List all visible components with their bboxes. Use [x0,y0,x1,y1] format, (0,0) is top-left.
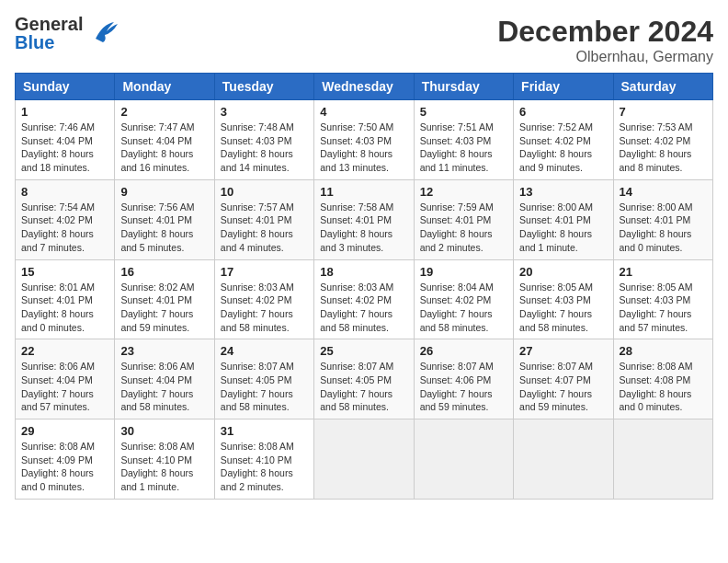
day-info: Sunrise: 8:04 AMSunset: 4:02 PMDaylight:… [420,281,507,335]
calendar-day-cell: 3Sunrise: 7:48 AMSunset: 4:03 PMDaylight… [214,100,313,180]
calendar-week-row: 1Sunrise: 7:46 AMSunset: 4:04 PMDaylight… [16,100,713,180]
calendar-day-cell: 24Sunrise: 8:07 AMSunset: 4:05 PMDayligh… [214,339,313,419]
day-info: Sunrise: 8:00 AMSunset: 4:01 PMDaylight:… [519,201,607,255]
sunrise-text: Sunrise: 8:08 AM [120,441,194,452]
calendar-day-cell: 5Sunrise: 7:51 AMSunset: 4:03 PMDaylight… [414,100,513,180]
calendar-day-cell: 15Sunrise: 8:01 AMSunset: 4:01 PMDayligh… [16,259,115,339]
sunrise-text: Sunrise: 7:57 AM [221,201,294,213]
day-info: Sunrise: 8:01 AMSunset: 4:01 PMDaylight:… [21,281,108,335]
sunrise-text: Sunrise: 8:05 AM [519,282,593,293]
day-info: Sunrise: 8:03 AMSunset: 4:02 PMDaylight:… [221,281,308,335]
day-info: Sunrise: 8:00 AMSunset: 4:01 PMDaylight:… [620,201,707,255]
sunset-text: Sunset: 4:02 PM [320,294,392,305]
calendar-day-cell: 11Sunrise: 7:58 AMSunset: 4:01 PMDayligh… [314,179,414,259]
day-number: 31 [221,424,308,438]
day-number: 23 [120,344,208,358]
sunset-text: Sunset: 4:01 PM [420,214,492,225]
daylight-text: Daylight: 7 hours and 58 minutes. [221,308,293,333]
day-number: 2 [120,105,208,119]
day-number: 28 [620,344,707,358]
sunrise-text: Sunrise: 7:54 AM [21,201,95,213]
calendar-day-cell [414,419,513,500]
sunrise-text: Sunrise: 7:59 AM [420,201,494,213]
daylight-text: Daylight: 8 hours and 2 minutes. [420,228,493,253]
sunset-text: Sunset: 4:10 PM [120,454,192,465]
day-info: Sunrise: 7:53 AMSunset: 4:02 PMDaylight:… [620,121,707,175]
daylight-text: Daylight: 8 hours and 0 minutes. [620,228,692,253]
daylight-text: Daylight: 8 hours and 0 minutes. [21,467,94,492]
col-thursday: Thursday [414,74,513,100]
day-number: 24 [221,344,308,358]
sunset-text: Sunset: 4:03 PM [221,135,292,146]
calendar-day-cell: 31Sunrise: 8:08 AMSunset: 4:10 PMDayligh… [214,419,313,500]
day-number: 27 [519,344,607,358]
day-info: Sunrise: 7:51 AMSunset: 4:03 PMDaylight:… [420,121,507,175]
sunrise-text: Sunrise: 8:08 AM [221,441,294,452]
day-info: Sunrise: 7:54 AMSunset: 4:02 PMDaylight:… [21,201,108,255]
day-number: 30 [120,424,208,438]
col-sunday: Sunday [16,74,115,100]
sunset-text: Sunset: 4:03 PM [320,135,392,146]
day-number: 14 [620,185,707,199]
calendar-day-cell: 8Sunrise: 7:54 AMSunset: 4:02 PMDaylight… [16,179,115,259]
daylight-text: Daylight: 7 hours and 58 minutes. [420,308,493,333]
sunset-text: Sunset: 4:01 PM [519,214,591,225]
sunset-text: Sunset: 4:02 PM [21,214,93,225]
sunrise-text: Sunrise: 7:56 AM [120,201,194,213]
sunrise-text: Sunrise: 8:00 AM [620,201,693,213]
calendar-day-cell: 12Sunrise: 7:59 AMSunset: 4:01 PMDayligh… [414,179,513,259]
calendar-week-row: 29Sunrise: 8:08 AMSunset: 4:09 PMDayligh… [16,419,713,500]
calendar-day-cell: 27Sunrise: 8:07 AMSunset: 4:07 PMDayligh… [514,339,613,419]
logo-blue: Blue [15,32,54,52]
col-monday: Monday [115,74,214,100]
col-friday: Friday [514,74,613,100]
sunrise-text: Sunrise: 7:52 AM [519,121,593,132]
day-info: Sunrise: 8:08 AMSunset: 4:10 PMDaylight:… [120,440,208,494]
day-info: Sunrise: 7:46 AMSunset: 4:04 PMDaylight:… [21,121,108,175]
logo-bird-icon [86,15,119,52]
day-number: 12 [420,185,507,199]
sunset-text: Sunset: 4:05 PM [221,374,292,385]
sunset-text: Sunset: 4:03 PM [420,135,492,146]
sunset-text: Sunset: 4:09 PM [21,454,93,465]
day-number: 15 [21,265,108,279]
daylight-text: Daylight: 7 hours and 58 minutes. [120,388,193,413]
calendar-day-cell: 16Sunrise: 8:02 AMSunset: 4:01 PMDayligh… [115,259,214,339]
sunrise-text: Sunrise: 8:02 AM [120,282,194,293]
sunset-text: Sunset: 4:02 PM [221,294,292,305]
daylight-text: Daylight: 8 hours and 5 minutes. [120,228,193,253]
sunrise-text: Sunrise: 7:50 AM [320,121,393,132]
sunset-text: Sunset: 4:04 PM [21,374,93,385]
calendar-day-cell: 13Sunrise: 8:00 AMSunset: 4:01 PMDayligh… [514,179,613,259]
sunrise-text: Sunrise: 8:08 AM [620,361,693,372]
calendar-day-cell: 6Sunrise: 7:52 AMSunset: 4:02 PMDaylight… [514,100,613,180]
col-wednesday: Wednesday [314,74,414,100]
day-info: Sunrise: 8:05 AMSunset: 4:03 PMDaylight:… [519,281,607,335]
day-info: Sunrise: 7:52 AMSunset: 4:02 PMDaylight:… [519,121,607,175]
sunset-text: Sunset: 4:01 PM [120,294,192,305]
sunrise-text: Sunrise: 8:05 AM [620,282,693,293]
calendar-header-row: Sunday Monday Tuesday Wednesday Thursday… [16,74,713,100]
day-number: 10 [221,185,308,199]
daylight-text: Daylight: 8 hours and 13 minutes. [320,148,392,173]
calendar-day-cell: 17Sunrise: 8:03 AMSunset: 4:02 PMDayligh… [214,259,313,339]
sunset-text: Sunset: 4:10 PM [221,454,292,465]
day-info: Sunrise: 8:08 AMSunset: 4:10 PMDaylight:… [221,440,308,494]
location-title: Olbernhau, Germany [497,49,713,65]
sunrise-text: Sunrise: 7:51 AM [420,121,494,132]
daylight-text: Daylight: 8 hours and 0 minutes. [21,308,94,333]
day-number: 8 [21,185,108,199]
day-number: 3 [221,105,308,119]
daylight-text: Daylight: 8 hours and 14 minutes. [221,148,293,173]
calendar-day-cell: 30Sunrise: 8:08 AMSunset: 4:10 PMDayligh… [115,419,214,500]
sunrise-text: Sunrise: 8:01 AM [21,282,95,293]
day-number: 20 [519,265,607,279]
sunrise-text: Sunrise: 8:06 AM [120,361,194,372]
day-number: 13 [519,185,607,199]
day-info: Sunrise: 7:59 AMSunset: 4:01 PMDaylight:… [420,201,507,255]
calendar-day-cell: 4Sunrise: 7:50 AMSunset: 4:03 PMDaylight… [314,100,414,180]
day-info: Sunrise: 7:50 AMSunset: 4:03 PMDaylight:… [320,121,407,175]
col-tuesday: Tuesday [214,74,313,100]
sunrise-text: Sunrise: 8:07 AM [221,361,294,372]
day-number: 21 [620,265,707,279]
